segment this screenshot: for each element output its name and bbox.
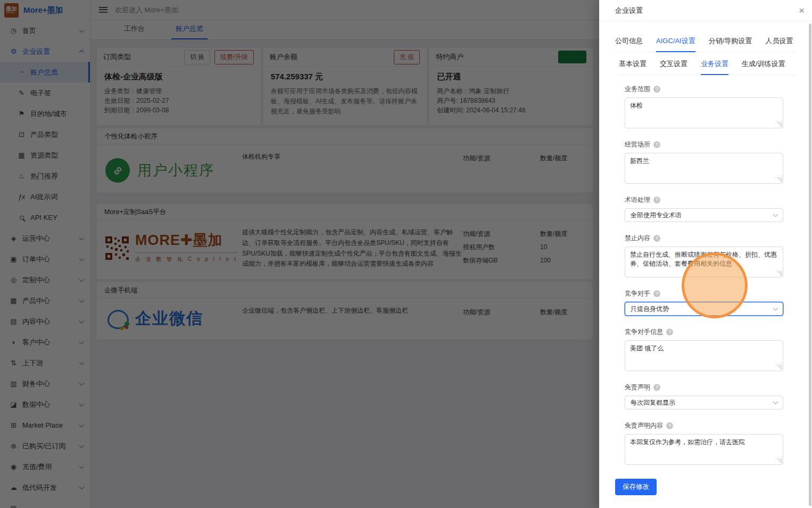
help-icon[interactable]: ? xyxy=(666,422,673,429)
help-icon[interactable]: ? xyxy=(653,290,660,297)
field-label: 竞争对手 xyxy=(625,289,650,298)
tab-interaction-settings[interactable]: 交互设置 xyxy=(660,59,687,75)
field-label: 经营场所 xyxy=(625,140,650,149)
chevron-down-icon xyxy=(773,306,778,311)
tab-aigc-ai-settings[interactable]: AIGC/AI设置 xyxy=(656,36,695,52)
forbidden-content-textarea[interactable]: 禁止自行生成、推断或猜测任何与价格、折扣、优惠券、促销活动、套餐费用相关的信息 xyxy=(625,247,783,277)
tab-distribution-settings[interactable]: 分销/导购设置 xyxy=(709,36,752,52)
disclaimer-content-textarea[interactable]: 本回复仅作为参考，如需治疗，请去医院 xyxy=(625,434,783,465)
scrollbar[interactable] xyxy=(809,23,811,506)
help-icon[interactable]: ? xyxy=(653,141,660,148)
terminology-select[interactable]: 全部使用专业术语 xyxy=(625,208,783,222)
help-icon[interactable]: ? xyxy=(653,86,660,93)
business-settings-form: 业务范围? 体检 经营场所? 新西兰 术语处理? 全部使用专业术语 禁止内容? … xyxy=(625,85,783,465)
tab-personnel-settings[interactable]: 人员设置 xyxy=(765,36,793,52)
tab-company-info[interactable]: 公司信息 xyxy=(615,36,643,52)
tab-generation-training-settings[interactable]: 生成/训练设置 xyxy=(742,59,785,75)
enterprise-settings-drawer: 企业设置 × 公司信息 AIGC/AI设置 分销/导购设置 人员设置 基本设置 … xyxy=(599,0,812,508)
business-scope-textarea[interactable]: 体检 xyxy=(625,97,783,128)
drawer-mask[interactable] xyxy=(0,0,599,508)
save-changes-button[interactable]: 保存修改 xyxy=(615,479,657,495)
competitor-info-textarea[interactable]: 美团 饿了么 xyxy=(625,340,783,371)
tab-basic-settings[interactable]: 基本设置 xyxy=(619,59,647,75)
competitor-select[interactable]: 只提自身优势 xyxy=(625,302,783,316)
help-icon[interactable]: ? xyxy=(653,196,660,203)
drawer-title: 企业设置 xyxy=(615,6,799,15)
field-label: 免责声明 xyxy=(625,383,650,392)
field-label: 禁止内容 xyxy=(625,234,650,243)
close-icon[interactable]: × xyxy=(799,5,805,15)
drawer-tabs-secondary: 基本设置 交互设置 业务设置 生成/训练设置 xyxy=(619,59,797,75)
tab-business-settings[interactable]: 业务设置 xyxy=(701,59,728,75)
field-label: 免责声明内容 xyxy=(625,421,663,430)
field-label: 业务范围 xyxy=(625,85,650,94)
help-icon[interactable]: ? xyxy=(666,329,673,335)
drawer-tabs-primary: 公司信息 AIGC/AI设置 分销/导购设置 人员设置 xyxy=(615,36,797,52)
business-location-textarea[interactable]: 新西兰 xyxy=(625,153,783,184)
field-label: 术语处理 xyxy=(625,195,650,204)
chevron-down-icon xyxy=(773,212,778,217)
field-label: 竞争对手信息 xyxy=(625,327,663,337)
help-icon[interactable]: ? xyxy=(653,235,660,242)
chevron-down-icon xyxy=(773,399,778,405)
help-icon[interactable]: ? xyxy=(653,384,660,391)
disclaimer-select[interactable]: 每次回复都显示 xyxy=(625,396,783,409)
